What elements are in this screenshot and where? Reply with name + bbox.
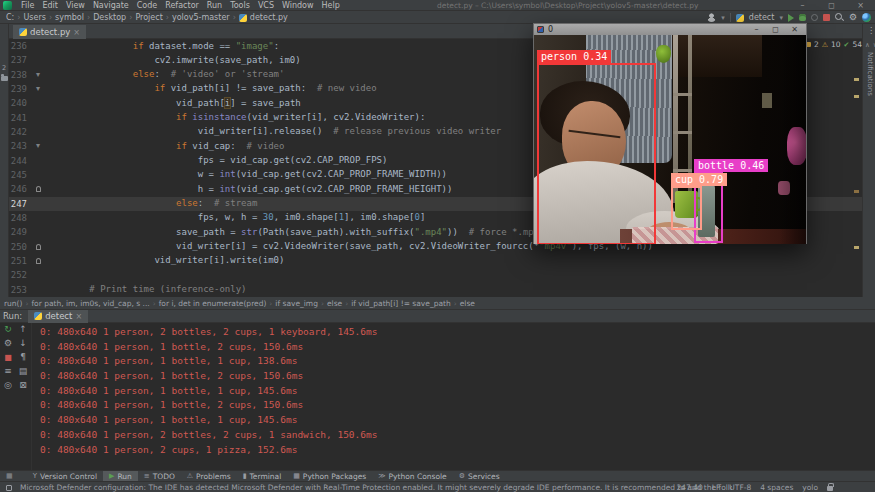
prev-issue-icon[interactable]: ∧ <box>865 41 870 49</box>
clear-console-icon[interactable]: ⊠ <box>19 381 27 390</box>
coverage-button[interactable] <box>811 14 818 21</box>
run-tab-detect[interactable]: detect × <box>28 310 88 323</box>
editor-tab-detect[interactable]: detect.py × <box>13 25 86 39</box>
warning-mark[interactable] <box>854 78 859 81</box>
interpreter-widget[interactable]: yolo <box>802 483 818 492</box>
menu-item[interactable]: Edit <box>38 1 62 10</box>
context-breadcrumb-item[interactable]: if vid_path[i] != save_path <box>351 299 460 308</box>
scroll-up-icon[interactable]: ↑ <box>19 325 27 334</box>
todo-icon: ≡ <box>144 473 150 480</box>
code-line[interactable]: 252 <box>9 268 862 282</box>
tab-close-icon[interactable]: × <box>73 28 80 37</box>
soft-wrap-icon[interactable]: ¶ <box>20 353 26 362</box>
tool-services[interactable]: ⚙ Services <box>453 471 506 482</box>
stop-icon[interactable]: ■ <box>4 353 12 362</box>
warning-mark[interactable] <box>854 246 859 249</box>
breadcrumb-item[interactable]: Project <box>135 13 172 22</box>
settings-gear-icon[interactable]: ⚙ <box>849 13 857 22</box>
menu-item[interactable]: Code <box>133 1 161 10</box>
close-button[interactable]: × <box>846 0 875 11</box>
code-line[interactable]: 251vid_writer[i].write(im0) <box>9 254 862 268</box>
user-icon[interactable] <box>707 13 716 22</box>
minimize-button[interactable]: – <box>747 24 766 35</box>
gutter-mark-icon[interactable] <box>36 186 41 192</box>
breadcrumb-item[interactable]: C: <box>6 13 23 22</box>
breadcrumb-item[interactable]: Users <box>23 13 55 22</box>
pycharm-logo-icon <box>3 1 12 10</box>
event-log-icon[interactable] <box>6 485 12 491</box>
context-breadcrumb-item[interactable]: else <box>327 299 351 308</box>
print-icon[interactable]: ▤ <box>19 367 28 376</box>
run-config-icon <box>736 14 744 22</box>
tool-terminal[interactable]: ▮ Terminal <box>237 471 288 482</box>
menu-item[interactable]: Window <box>278 1 318 10</box>
code-text: if isinstance(vid_writer[i], cv2.VideoWr… <box>176 112 425 122</box>
context-breadcrumb-item[interactable]: else <box>460 299 481 308</box>
maximize-button[interactable]: ◻ <box>817 0 846 11</box>
error-stripe[interactable] <box>853 39 860 297</box>
warning-mark[interactable] <box>854 190 859 193</box>
menu-item[interactable]: File <box>17 1 38 10</box>
stripe-notifications-button[interactable]: Notifications <box>866 52 874 96</box>
readonly-lock-icon[interactable] <box>827 486 833 491</box>
maximize-button[interactable]: ◻ <box>766 24 785 35</box>
tool-run[interactable]: ▶ Run <box>103 471 138 482</box>
stop-button[interactable] <box>823 14 830 21</box>
context-breadcrumb-item[interactable]: for i, det in enumerate(pred) <box>159 299 276 308</box>
breadcrumb-file[interactable]: detect.py <box>239 13 288 22</box>
opencv-window-title: 0 <box>548 25 553 34</box>
opencv-window[interactable]: 0 – ◻ ✕ <box>533 23 807 244</box>
opencv-titlebar[interactable]: 0 – ◻ ✕ <box>534 24 806 35</box>
search-icon[interactable] <box>835 13 844 22</box>
menu-item[interactable]: VCS <box>254 1 278 10</box>
close-button[interactable]: ✕ <box>785 24 804 35</box>
context-breadcrumb-item[interactable]: for path, im, im0s, vid_cap, s ... <box>31 299 158 308</box>
indent-widget[interactable]: 4 spaces <box>760 483 793 492</box>
status-message[interactable]: Microsoft Defender configuration: The ID… <box>20 482 732 492</box>
pin-icon[interactable]: ◎ <box>4 381 12 390</box>
code-text: vid_path[i] = save_path <box>176 98 301 108</box>
rerun-icon[interactable]: ↻ <box>4 325 12 334</box>
menu-item[interactable]: Run <box>203 1 226 10</box>
gutter-mark-icon[interactable] <box>36 244 41 250</box>
fold-arrow-icon[interactable]: ▾ <box>36 84 40 94</box>
edit-configuration-icon[interactable]: ⚙ <box>4 339 12 348</box>
dump-threads-icon[interactable]: ≡ <box>4 367 12 376</box>
debug-button[interactable] <box>799 14 806 21</box>
gutter-mark-icon[interactable] <box>36 258 41 264</box>
fold-arrow-icon[interactable]: ▾ <box>36 141 40 151</box>
more-options-icon[interactable]: ⋮ <box>867 26 875 35</box>
breadcrumb-item[interactable]: yolov5-master <box>172 13 239 22</box>
context-breadcrumb-item[interactable]: if save_img <box>275 299 327 308</box>
tool-version-control[interactable]: Y Version Control <box>27 471 103 482</box>
ide-features-icon[interactable] <box>862 13 871 22</box>
run-config-selector[interactable]: detect <box>749 13 775 22</box>
breadcrumb-item[interactable]: symbol <box>55 13 93 22</box>
context-breadcrumb-item[interactable]: run() <box>4 299 31 308</box>
code-line[interactable]: 253# Print time (inference-only) <box>9 283 862 297</box>
tool-python-packages[interactable]: ▦ Python Packages <box>287 471 372 482</box>
fold-arrow-icon[interactable]: ▾ <box>36 70 40 80</box>
project-folder-icon[interactable] <box>1 76 8 81</box>
scroll-down-icon[interactable]: ↓ <box>19 339 27 348</box>
tool-todo[interactable]: ≡ TODO <box>138 471 181 482</box>
run-button[interactable] <box>788 14 794 22</box>
line-number: 237 <box>10 55 27 65</box>
caret-position-widget[interactable]: 247:40 <box>676 483 702 492</box>
run-tab-close-icon[interactable]: × <box>75 312 82 321</box>
inspections-widget[interactable]: 2 ⚠ 10 ✔ 54 ∧ ∨ <box>806 40 875 49</box>
breadcrumb-item[interactable]: Desktop <box>93 13 135 22</box>
menu-item[interactable]: Navigate <box>89 1 133 10</box>
menu-item[interactable]: Help <box>318 1 344 10</box>
line-separator-widget[interactable]: LF <box>712 483 721 492</box>
tool-python-console[interactable]: ≫ Python Console <box>372 471 452 482</box>
line-number: 244 <box>10 156 27 166</box>
minimize-button[interactable]: – <box>788 0 817 11</box>
encoding-widget[interactable]: UTF-8 <box>729 483 751 492</box>
warning-mark[interactable] <box>854 95 859 98</box>
menu-item[interactable]: Tools <box>226 1 254 10</box>
menu-item[interactable]: View <box>62 1 89 10</box>
menu-item[interactable]: Refactor <box>161 1 203 10</box>
run-console[interactable]: ↻ ⚙ ■ ≡ ◎ ↑ ↓ ¶ ▤ ⊠ 0: 480x640 1 person,… <box>0 323 875 470</box>
tool-problems[interactable]: ⚠ Problems <box>181 471 237 482</box>
